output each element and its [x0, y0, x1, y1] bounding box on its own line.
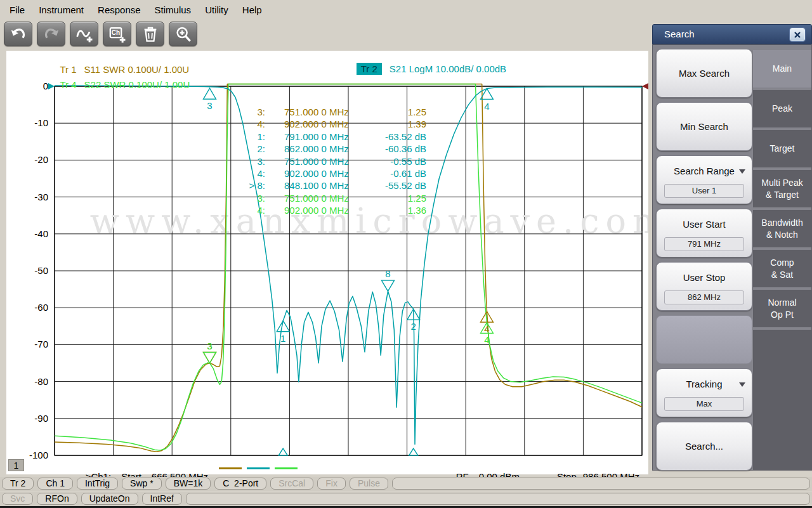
menu-help[interactable]: Help	[235, 2, 269, 18]
marker-value: -0.55 dB	[390, 156, 426, 167]
status-fix: Fix	[317, 478, 346, 490]
trace4-format: S22 SWR 0.100U/ 1.00U	[84, 79, 190, 90]
marker-number: 2:	[228, 143, 265, 154]
status-blank	[186, 493, 810, 505]
marker-4-label: 4	[484, 334, 489, 345]
marker-frequency[interactable]: 902.000 0 MHz	[284, 205, 349, 216]
add-trace-icon	[75, 25, 94, 44]
button-value[interactable]: Max	[664, 397, 744, 411]
tab-main[interactable]: Main	[753, 50, 811, 88]
marker-frequency[interactable]: 751.000 0 MHz	[284, 193, 349, 204]
status-ch-1[interactable]: Ch 1	[37, 478, 73, 490]
add-channel-button[interactable]: Ch	[103, 22, 131, 46]
trace2-active-badge: Tr 2	[357, 63, 382, 75]
menu-stimulus[interactable]: Stimulus	[148, 2, 199, 18]
status-intref[interactable]: IntRef	[142, 493, 182, 505]
tab-bandwidth[interactable]: Bandwidth & Notch	[753, 210, 811, 247]
marker-number: 3:	[228, 156, 265, 167]
marker-table-row: 1:791.000 0 MHz-63.52 dB	[228, 131, 426, 143]
marker-value: -0.61 dB	[390, 168, 426, 179]
add-trace-button[interactable]	[70, 22, 98, 46]
status-inttrig[interactable]: IntTrig	[77, 478, 118, 490]
zoom-button[interactable]	[169, 22, 197, 46]
close-button[interactable]	[790, 28, 805, 41]
search-range-button[interactable]: Search RangeUser 1	[656, 155, 752, 204]
marker-table-row: > 8:848.100 0 MHz-55.52 dB	[228, 180, 426, 192]
search-range-flag	[278, 448, 287, 455]
search-button[interactable]: Search...	[656, 422, 752, 471]
button-value[interactable]: 862 MHz	[664, 290, 744, 304]
marker-3-label: 3	[207, 341, 212, 351]
status-pulse: Pulse	[350, 478, 388, 490]
user-start-button[interactable]: User Start791 MHz	[656, 209, 752, 257]
tab-peak[interactable]: Peak	[753, 90, 811, 127]
min-search-button[interactable]: Min Search	[656, 102, 752, 151]
marker-frequency[interactable]: 848.100 0 MHz	[284, 180, 349, 191]
button-label: Max Search	[679, 68, 730, 79]
status-rfon[interactable]: RFOn	[37, 493, 77, 505]
marker-frequency[interactable]: 902.000 0 MHz	[284, 119, 349, 129]
button-label: Search...	[685, 441, 723, 452]
y-axis-tick: -90	[9, 413, 48, 424]
status-bw-1k[interactable]: BW=1k	[166, 478, 211, 490]
add-channel-icon: Ch	[108, 25, 127, 44]
tab-target[interactable]: Target	[753, 130, 811, 167]
tracking-button[interactable]: TrackingMax	[656, 368, 752, 417]
search-panel-body: Max SearchMin SearchSearch RangeUser 1Us…	[652, 44, 812, 471]
trace2-legend[interactable]: Tr 2S21 LogM 10.00dB/ 0.00dB	[346, 52, 506, 86]
max-search-button[interactable]: Max Search	[656, 49, 752, 98]
y-axis-tick: -80	[9, 376, 48, 387]
search-panel-titlebar[interactable]: Search	[652, 24, 812, 44]
marker-number: 4:	[228, 205, 265, 216]
user-stop-button[interactable]: User Stop862 MHz	[656, 262, 752, 311]
reference-arrow-right	[642, 83, 648, 89]
marker-8-symbol	[382, 280, 395, 291]
menu-instrument[interactable]: Instrument	[32, 2, 91, 18]
tab-comp[interactable]: Comp & Sat	[753, 250, 811, 287]
button-value[interactable]: 791 MHz	[664, 237, 744, 251]
marker-frequency[interactable]: 902.000 0 MHz	[284, 168, 349, 179]
marker-3-label: 3	[207, 100, 212, 111]
trace-color-dash-olive	[219, 467, 242, 469]
marker-number: 4:	[228, 168, 265, 179]
tab-column-filler	[753, 330, 811, 470]
trash-icon	[141, 25, 160, 44]
status-svc: Svc	[2, 493, 33, 505]
trace4-legend[interactable]: Tr 4S22 SWR 0.100U/ 1.00U	[49, 68, 190, 101]
status-srccal: SrcCal	[270, 478, 313, 490]
marker-3-symbol	[204, 88, 216, 99]
y-axis-tick: -10	[9, 117, 48, 128]
y-axis-tick: 0	[9, 81, 48, 91]
status-updateon[interactable]: UpdateOn	[81, 493, 138, 505]
marker-frequency[interactable]: 751.000 0 MHz	[284, 156, 349, 167]
marker-table-row: 2:862.000 0 MHz-60.36 dB	[228, 143, 426, 155]
marker-8-label: 8	[385, 268, 390, 279]
status-swp-[interactable]: Swp *	[122, 478, 162, 490]
menu-file[interactable]: File	[3, 2, 32, 18]
marker-value: -55.52 dB	[385, 180, 426, 191]
marker-frequency[interactable]: 751.000 0 MHz	[284, 107, 349, 117]
marker-value: 1.36	[408, 205, 426, 216]
marker-number: 1:	[228, 131, 265, 142]
channel-number-badge[interactable]: 1	[8, 459, 24, 471]
marker-table-row: 3:751.000 0 MHz1.25	[228, 107, 426, 119]
zoom-icon	[174, 25, 193, 44]
status-tr-2[interactable]: Tr 2	[2, 478, 34, 490]
delete-button[interactable]	[136, 22, 164, 46]
marker-value: 1.39	[408, 119, 426, 129]
menu-utility[interactable]: Utility	[198, 2, 235, 18]
chevron-down-icon	[739, 169, 745, 174]
undo-button[interactable]	[4, 22, 32, 46]
marker-number: > 8:	[228, 180, 265, 191]
button-value[interactable]: User 1	[664, 184, 744, 198]
button-label: Tracking	[657, 379, 752, 389]
marker-frequency[interactable]: 791.000 0 MHz	[284, 131, 349, 142]
marker-frequency[interactable]: 862.000 0 MHz	[284, 143, 349, 154]
trace4-name: Tr 4	[60, 79, 76, 90]
status-c-2-port[interactable]: C 2-Port	[214, 478, 266, 490]
tab-normal[interactable]: Normal Op Pt	[753, 290, 811, 327]
menu-response[interactable]: Response	[91, 2, 148, 18]
status-blank	[392, 478, 810, 490]
tab-multi-peak[interactable]: Multi Peak & Target	[753, 170, 811, 207]
redo-button[interactable]	[37, 22, 65, 46]
